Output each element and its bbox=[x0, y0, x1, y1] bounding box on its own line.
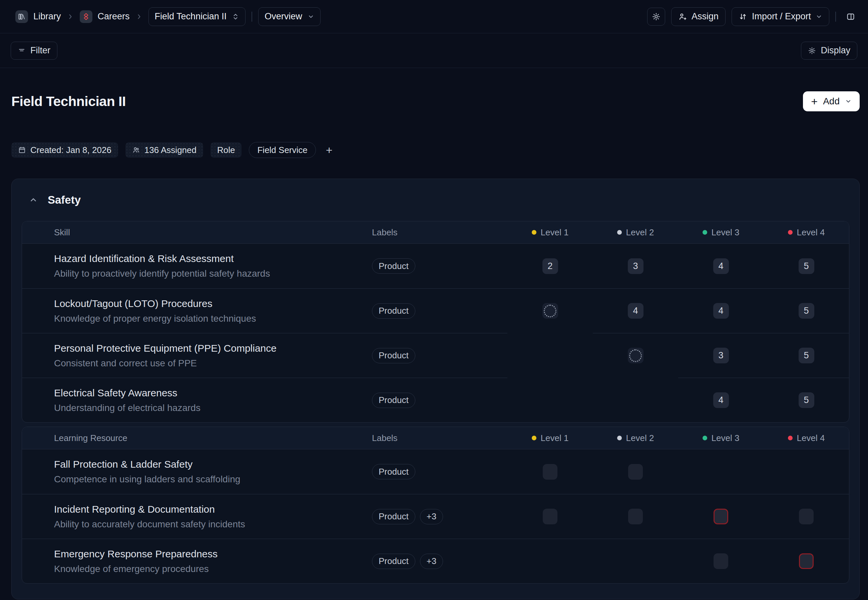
row-labels-cell: Product+3 bbox=[367, 494, 508, 539]
level-dot bbox=[532, 436, 537, 440]
row-description: Understanding of electrical hazards bbox=[54, 402, 201, 414]
add-button[interactable]: + Add bbox=[803, 91, 860, 111]
row-description: Competence in using ladders and scaffold… bbox=[54, 474, 240, 485]
level-value-chip[interactable]: 4 bbox=[628, 303, 643, 319]
level-cell: 2 bbox=[508, 244, 593, 288]
filter-button[interactable]: Filter bbox=[11, 42, 57, 60]
chevrons-up-down-icon bbox=[232, 13, 239, 20]
level-empty-box[interactable] bbox=[543, 464, 558, 480]
add-label: Add bbox=[823, 96, 840, 107]
level-value-chip[interactable]: 3 bbox=[713, 348, 729, 363]
level-dot bbox=[788, 230, 793, 235]
display-button[interactable]: Display bbox=[801, 42, 857, 60]
panel-columns-icon bbox=[846, 12, 855, 21]
level-empty-box[interactable] bbox=[799, 509, 813, 524]
level-empty-box[interactable] bbox=[543, 509, 558, 524]
field-service-tag[interactable]: Field Service bbox=[249, 142, 316, 158]
level-value-chip[interactable]: 2 bbox=[543, 258, 558, 274]
row-description: Knowledge of proper energy isolation tec… bbox=[54, 313, 256, 324]
level-column-header: Level 3 bbox=[678, 221, 763, 243]
view-select[interactable]: Overview bbox=[258, 8, 321, 26]
breadcrumb-careers-label: Careers bbox=[98, 11, 130, 22]
role-chip: Role bbox=[210, 142, 242, 158]
breadcrumb-careers[interactable]: Careers bbox=[80, 10, 130, 23]
level-empty-box[interactable] bbox=[628, 464, 643, 480]
divider bbox=[835, 12, 836, 22]
row-labels-cell: Product bbox=[367, 378, 508, 422]
labels-header-label: Labels bbox=[372, 227, 398, 238]
divider bbox=[252, 12, 252, 22]
more-labels-pill[interactable]: +3 bbox=[420, 554, 443, 569]
row-name: Personal Protective Equipment (PPE) Comp… bbox=[54, 342, 277, 355]
level-empty-box[interactable] bbox=[628, 509, 643, 524]
labels-header-label: Labels bbox=[372, 433, 398, 443]
users-icon bbox=[132, 146, 140, 154]
level-cell: 4 bbox=[593, 288, 678, 333]
level-column-header: Level 3 bbox=[678, 427, 763, 449]
label-pill: Product bbox=[372, 258, 415, 274]
level-header-label: Level 1 bbox=[541, 227, 569, 238]
level-empty-box[interactable] bbox=[713, 553, 728, 569]
level-cell: 3 bbox=[593, 244, 678, 288]
level-column-header: Level 4 bbox=[763, 427, 849, 449]
level-value-chip[interactable]: 5 bbox=[799, 348, 814, 363]
level-cell: 5 bbox=[763, 244, 849, 288]
level-cell: 4 bbox=[678, 244, 763, 288]
level-cell: 4 bbox=[678, 288, 763, 333]
level-header-label: Level 3 bbox=[711, 433, 740, 443]
labels-column-header: Labels bbox=[367, 427, 508, 449]
level-value-chip[interactable]: 4 bbox=[713, 392, 729, 408]
level-column-header: Level 1 bbox=[508, 427, 593, 449]
settings-button[interactable] bbox=[647, 8, 665, 26]
level-header-label: Level 3 bbox=[711, 227, 740, 238]
row-name: Hazard Identification & Risk Assessment bbox=[54, 253, 234, 265]
level-value-chip[interactable]: 4 bbox=[713, 303, 729, 319]
chevron-down-icon bbox=[816, 13, 822, 20]
level-cell bbox=[508, 449, 593, 494]
level-dot bbox=[532, 230, 537, 235]
label-pill: Product bbox=[372, 348, 415, 363]
import-export-button[interactable]: Import / Export bbox=[731, 8, 829, 26]
add-tag-button[interactable]: + bbox=[323, 144, 335, 156]
level-value-chip[interactable]: 5 bbox=[799, 303, 814, 319]
more-labels-pill[interactable]: +3 bbox=[420, 509, 443, 524]
level-cell: 5 bbox=[763, 378, 849, 422]
level-header-label: Level 2 bbox=[626, 227, 654, 238]
entity-select[interactable]: Field Technician II bbox=[149, 8, 246, 26]
label-pill: Product bbox=[372, 464, 415, 479]
table-row: Electrical Safety AwarenessUnderstanding… bbox=[22, 378, 849, 422]
assigned-chip[interactable]: 136 Assigned bbox=[125, 142, 203, 158]
row-description: Ability to accurately document safety in… bbox=[54, 519, 245, 530]
library-icon bbox=[15, 10, 28, 23]
column-header-label: Learning Resource bbox=[54, 433, 128, 443]
table-row: Lockout/Tagout (LOTO) ProceduresKnowledg… bbox=[22, 288, 849, 333]
level-value-chip[interactable]: 5 bbox=[799, 258, 814, 274]
nav-actions: Assign Import / Export bbox=[647, 8, 859, 26]
assign-button[interactable]: Assign bbox=[671, 8, 725, 26]
level-empty-box-error[interactable] bbox=[799, 553, 813, 569]
level-column-header: Level 4 bbox=[763, 221, 849, 243]
label-pill: Product bbox=[372, 554, 415, 569]
level-value-chip[interactable]: 4 bbox=[713, 258, 729, 274]
row-title-cell: Fall Protection & Ladder SafetyCompetenc… bbox=[22, 449, 367, 494]
filter-label: Filter bbox=[30, 45, 50, 56]
level-value-chip[interactable]: 5 bbox=[799, 392, 814, 408]
level-cell bbox=[508, 494, 593, 539]
side-panel-button[interactable] bbox=[842, 8, 859, 25]
level-value-chip[interactable]: 3 bbox=[628, 258, 643, 274]
table-row: Incident Reporting & DocumentationAbilit… bbox=[22, 494, 849, 539]
table-row: Emergency Response PreparednessKnowledge… bbox=[22, 539, 849, 583]
view-select-value: Overview bbox=[265, 11, 302, 22]
level-empty-box-error[interactable] bbox=[713, 509, 728, 524]
row-description: Consistent and correct use of PPE bbox=[54, 358, 197, 369]
row-labels-cell: Product bbox=[367, 333, 508, 378]
careers-icon bbox=[80, 10, 93, 23]
level-cell bbox=[678, 539, 763, 583]
level-cell: 3 bbox=[678, 333, 763, 378]
breadcrumb-library[interactable]: Library bbox=[15, 10, 61, 23]
level-cell: 4 bbox=[678, 378, 763, 422]
collapse-section-button[interactable] bbox=[29, 195, 38, 205]
row-labels-cell: Product bbox=[367, 449, 508, 494]
row-name: Incident Reporting & Documentation bbox=[54, 503, 215, 515]
level-column-header: Level 2 bbox=[593, 221, 678, 243]
